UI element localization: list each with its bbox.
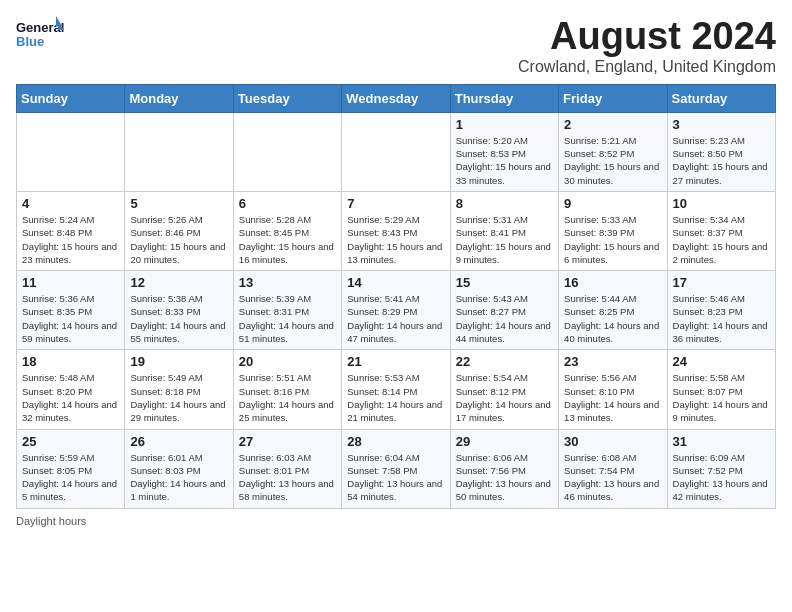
month-year-title: August 2024 <box>518 16 776 58</box>
day-number: 19 <box>130 354 227 369</box>
calendar-cell: 6Sunrise: 5:28 AMSunset: 8:45 PMDaylight… <box>233 191 341 270</box>
day-number: 26 <box>130 434 227 449</box>
cell-info: Sunrise: 6:03 AMSunset: 8:01 PMDaylight:… <box>239 451 336 504</box>
day-number: 30 <box>564 434 661 449</box>
cell-info: Sunrise: 5:34 AMSunset: 8:37 PMDaylight:… <box>673 213 770 266</box>
logo-graphic: General Blue <box>16 16 64 52</box>
cell-info: Sunrise: 5:51 AMSunset: 8:16 PMDaylight:… <box>239 371 336 424</box>
day-number: 10 <box>673 196 770 211</box>
calendar-week-row: 18Sunrise: 5:48 AMSunset: 8:20 PMDayligh… <box>17 350 776 429</box>
calendar-cell: 10Sunrise: 5:34 AMSunset: 8:37 PMDayligh… <box>667 191 775 270</box>
calendar-header-saturday: Saturday <box>667 84 775 112</box>
calendar-header-tuesday: Tuesday <box>233 84 341 112</box>
calendar-cell: 15Sunrise: 5:43 AMSunset: 8:27 PMDayligh… <box>450 271 558 350</box>
svg-text:Blue: Blue <box>16 34 44 49</box>
calendar-cell: 24Sunrise: 5:58 AMSunset: 8:07 PMDayligh… <box>667 350 775 429</box>
calendar-cell: 25Sunrise: 5:59 AMSunset: 8:05 PMDayligh… <box>17 429 125 508</box>
day-number: 3 <box>673 117 770 132</box>
calendar-cell: 29Sunrise: 6:06 AMSunset: 7:56 PMDayligh… <box>450 429 558 508</box>
day-number: 14 <box>347 275 444 290</box>
cell-info: Sunrise: 5:23 AMSunset: 8:50 PMDaylight:… <box>673 134 770 187</box>
cell-info: Sunrise: 5:26 AMSunset: 8:46 PMDaylight:… <box>130 213 227 266</box>
daylight-label: Daylight hours <box>16 515 86 527</box>
calendar-table: SundayMondayTuesdayWednesdayThursdayFrid… <box>16 84 776 509</box>
day-number: 6 <box>239 196 336 211</box>
cell-info: Sunrise: 5:39 AMSunset: 8:31 PMDaylight:… <box>239 292 336 345</box>
calendar-cell: 31Sunrise: 6:09 AMSunset: 7:52 PMDayligh… <box>667 429 775 508</box>
calendar-cell: 21Sunrise: 5:53 AMSunset: 8:14 PMDayligh… <box>342 350 450 429</box>
cell-info: Sunrise: 5:46 AMSunset: 8:23 PMDaylight:… <box>673 292 770 345</box>
day-number: 20 <box>239 354 336 369</box>
calendar-week-row: 4Sunrise: 5:24 AMSunset: 8:48 PMDaylight… <box>17 191 776 270</box>
calendar-header-wednesday: Wednesday <box>342 84 450 112</box>
calendar-cell: 9Sunrise: 5:33 AMSunset: 8:39 PMDaylight… <box>559 191 667 270</box>
cell-info: Sunrise: 6:01 AMSunset: 8:03 PMDaylight:… <box>130 451 227 504</box>
cell-info: Sunrise: 5:41 AMSunset: 8:29 PMDaylight:… <box>347 292 444 345</box>
calendar-cell: 11Sunrise: 5:36 AMSunset: 8:35 PMDayligh… <box>17 271 125 350</box>
calendar-cell: 2Sunrise: 5:21 AMSunset: 8:52 PMDaylight… <box>559 112 667 191</box>
cell-info: Sunrise: 5:49 AMSunset: 8:18 PMDaylight:… <box>130 371 227 424</box>
cell-info: Sunrise: 5:36 AMSunset: 8:35 PMDaylight:… <box>22 292 119 345</box>
calendar-cell: 7Sunrise: 5:29 AMSunset: 8:43 PMDaylight… <box>342 191 450 270</box>
cell-info: Sunrise: 5:48 AMSunset: 8:20 PMDaylight:… <box>22 371 119 424</box>
calendar-header-friday: Friday <box>559 84 667 112</box>
calendar-cell: 5Sunrise: 5:26 AMSunset: 8:46 PMDaylight… <box>125 191 233 270</box>
calendar-cell: 30Sunrise: 6:08 AMSunset: 7:54 PMDayligh… <box>559 429 667 508</box>
calendar-header-sunday: Sunday <box>17 84 125 112</box>
calendar-cell <box>125 112 233 191</box>
day-number: 9 <box>564 196 661 211</box>
day-number: 13 <box>239 275 336 290</box>
calendar-header-thursday: Thursday <box>450 84 558 112</box>
calendar-cell: 19Sunrise: 5:49 AMSunset: 8:18 PMDayligh… <box>125 350 233 429</box>
calendar-week-row: 1Sunrise: 5:20 AMSunset: 8:53 PMDaylight… <box>17 112 776 191</box>
calendar-cell: 16Sunrise: 5:44 AMSunset: 8:25 PMDayligh… <box>559 271 667 350</box>
day-number: 28 <box>347 434 444 449</box>
cell-info: Sunrise: 6:09 AMSunset: 7:52 PMDaylight:… <box>673 451 770 504</box>
calendar-cell: 28Sunrise: 6:04 AMSunset: 7:58 PMDayligh… <box>342 429 450 508</box>
calendar-cell: 4Sunrise: 5:24 AMSunset: 8:48 PMDaylight… <box>17 191 125 270</box>
day-number: 11 <box>22 275 119 290</box>
calendar-cell: 3Sunrise: 5:23 AMSunset: 8:50 PMDaylight… <box>667 112 775 191</box>
calendar-cell <box>233 112 341 191</box>
cell-info: Sunrise: 5:29 AMSunset: 8:43 PMDaylight:… <box>347 213 444 266</box>
cell-info: Sunrise: 5:56 AMSunset: 8:10 PMDaylight:… <box>564 371 661 424</box>
day-number: 8 <box>456 196 553 211</box>
day-number: 25 <box>22 434 119 449</box>
day-number: 31 <box>673 434 770 449</box>
cell-info: Sunrise: 6:04 AMSunset: 7:58 PMDaylight:… <box>347 451 444 504</box>
calendar-cell: 13Sunrise: 5:39 AMSunset: 8:31 PMDayligh… <box>233 271 341 350</box>
calendar-cell: 14Sunrise: 5:41 AMSunset: 8:29 PMDayligh… <box>342 271 450 350</box>
calendar-cell: 23Sunrise: 5:56 AMSunset: 8:10 PMDayligh… <box>559 350 667 429</box>
calendar-cell: 17Sunrise: 5:46 AMSunset: 8:23 PMDayligh… <box>667 271 775 350</box>
footer: Daylight hours <box>16 515 776 527</box>
calendar-cell: 27Sunrise: 6:03 AMSunset: 8:01 PMDayligh… <box>233 429 341 508</box>
cell-info: Sunrise: 6:06 AMSunset: 7:56 PMDaylight:… <box>456 451 553 504</box>
day-number: 21 <box>347 354 444 369</box>
calendar-cell: 8Sunrise: 5:31 AMSunset: 8:41 PMDaylight… <box>450 191 558 270</box>
cell-info: Sunrise: 5:20 AMSunset: 8:53 PMDaylight:… <box>456 134 553 187</box>
day-number: 22 <box>456 354 553 369</box>
calendar-week-row: 25Sunrise: 5:59 AMSunset: 8:05 PMDayligh… <box>17 429 776 508</box>
calendar-cell: 20Sunrise: 5:51 AMSunset: 8:16 PMDayligh… <box>233 350 341 429</box>
cell-info: Sunrise: 5:43 AMSunset: 8:27 PMDaylight:… <box>456 292 553 345</box>
calendar-header-row: SundayMondayTuesdayWednesdayThursdayFrid… <box>17 84 776 112</box>
day-number: 29 <box>456 434 553 449</box>
logo: General Blue <box>16 16 64 52</box>
title-area: August 2024 Crowland, England, United Ki… <box>518 16 776 76</box>
calendar-cell: 22Sunrise: 5:54 AMSunset: 8:12 PMDayligh… <box>450 350 558 429</box>
cell-info: Sunrise: 5:28 AMSunset: 8:45 PMDaylight:… <box>239 213 336 266</box>
day-number: 12 <box>130 275 227 290</box>
calendar-cell: 26Sunrise: 6:01 AMSunset: 8:03 PMDayligh… <box>125 429 233 508</box>
day-number: 17 <box>673 275 770 290</box>
cell-info: Sunrise: 5:44 AMSunset: 8:25 PMDaylight:… <box>564 292 661 345</box>
header: General Blue August 2024 Crowland, Engla… <box>16 16 776 76</box>
day-number: 18 <box>22 354 119 369</box>
calendar-cell: 18Sunrise: 5:48 AMSunset: 8:20 PMDayligh… <box>17 350 125 429</box>
day-number: 7 <box>347 196 444 211</box>
cell-info: Sunrise: 5:33 AMSunset: 8:39 PMDaylight:… <box>564 213 661 266</box>
day-number: 15 <box>456 275 553 290</box>
cell-info: Sunrise: 6:08 AMSunset: 7:54 PMDaylight:… <box>564 451 661 504</box>
day-number: 27 <box>239 434 336 449</box>
calendar-cell: 1Sunrise: 5:20 AMSunset: 8:53 PMDaylight… <box>450 112 558 191</box>
cell-info: Sunrise: 5:31 AMSunset: 8:41 PMDaylight:… <box>456 213 553 266</box>
